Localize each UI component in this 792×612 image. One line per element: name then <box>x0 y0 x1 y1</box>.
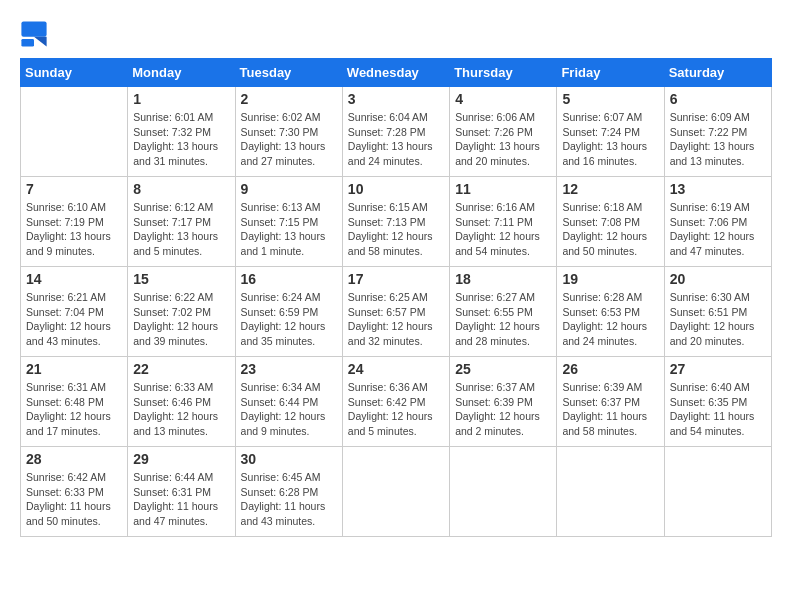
cell-content: Sunrise: 6:40 AM Sunset: 6:35 PM Dayligh… <box>670 380 766 439</box>
calendar-cell: 27Sunrise: 6:40 AM Sunset: 6:35 PM Dayli… <box>664 357 771 447</box>
day-number: 18 <box>455 271 551 287</box>
calendar-cell: 19Sunrise: 6:28 AM Sunset: 6:53 PM Dayli… <box>557 267 664 357</box>
day-number: 14 <box>26 271 122 287</box>
calendar-cell: 16Sunrise: 6:24 AM Sunset: 6:59 PM Dayli… <box>235 267 342 357</box>
day-number: 28 <box>26 451 122 467</box>
calendar-cell: 25Sunrise: 6:37 AM Sunset: 6:39 PM Dayli… <box>450 357 557 447</box>
calendar-cell: 21Sunrise: 6:31 AM Sunset: 6:48 PM Dayli… <box>21 357 128 447</box>
calendar-cell: 13Sunrise: 6:19 AM Sunset: 7:06 PM Dayli… <box>664 177 771 267</box>
cell-content: Sunrise: 6:25 AM Sunset: 6:57 PM Dayligh… <box>348 290 444 349</box>
cell-content: Sunrise: 6:06 AM Sunset: 7:26 PM Dayligh… <box>455 110 551 169</box>
cell-content: Sunrise: 6:30 AM Sunset: 6:51 PM Dayligh… <box>670 290 766 349</box>
header-cell-saturday: Saturday <box>664 59 771 87</box>
svg-rect-0 <box>21 21 46 36</box>
cell-content: Sunrise: 6:39 AM Sunset: 6:37 PM Dayligh… <box>562 380 658 439</box>
cell-content: Sunrise: 6:37 AM Sunset: 6:39 PM Dayligh… <box>455 380 551 439</box>
cell-content: Sunrise: 6:36 AM Sunset: 6:42 PM Dayligh… <box>348 380 444 439</box>
cell-content: Sunrise: 6:22 AM Sunset: 7:02 PM Dayligh… <box>133 290 229 349</box>
cell-content: Sunrise: 6:21 AM Sunset: 7:04 PM Dayligh… <box>26 290 122 349</box>
cell-content: Sunrise: 6:31 AM Sunset: 6:48 PM Dayligh… <box>26 380 122 439</box>
day-number: 23 <box>241 361 337 377</box>
calendar-cell: 29Sunrise: 6:44 AM Sunset: 6:31 PM Dayli… <box>128 447 235 537</box>
cell-content: Sunrise: 6:12 AM Sunset: 7:17 PM Dayligh… <box>133 200 229 259</box>
calendar-cell: 9Sunrise: 6:13 AM Sunset: 7:15 PM Daylig… <box>235 177 342 267</box>
cell-content: Sunrise: 6:42 AM Sunset: 6:33 PM Dayligh… <box>26 470 122 529</box>
calendar-cell <box>450 447 557 537</box>
calendar-cell: 17Sunrise: 6:25 AM Sunset: 6:57 PM Dayli… <box>342 267 449 357</box>
cell-content: Sunrise: 6:45 AM Sunset: 6:28 PM Dayligh… <box>241 470 337 529</box>
day-number: 11 <box>455 181 551 197</box>
cell-content: Sunrise: 6:13 AM Sunset: 7:15 PM Dayligh… <box>241 200 337 259</box>
week-row-4: 21Sunrise: 6:31 AM Sunset: 6:48 PM Dayli… <box>21 357 772 447</box>
day-number: 8 <box>133 181 229 197</box>
header-cell-thursday: Thursday <box>450 59 557 87</box>
calendar-cell <box>557 447 664 537</box>
calendar-cell: 6Sunrise: 6:09 AM Sunset: 7:22 PM Daylig… <box>664 87 771 177</box>
header-cell-tuesday: Tuesday <box>235 59 342 87</box>
day-number: 15 <box>133 271 229 287</box>
page-header <box>20 20 772 48</box>
cell-content: Sunrise: 6:10 AM Sunset: 7:19 PM Dayligh… <box>26 200 122 259</box>
calendar-cell: 20Sunrise: 6:30 AM Sunset: 6:51 PM Dayli… <box>664 267 771 357</box>
day-number: 9 <box>241 181 337 197</box>
logo <box>20 20 50 48</box>
calendar-cell: 3Sunrise: 6:04 AM Sunset: 7:28 PM Daylig… <box>342 87 449 177</box>
day-number: 1 <box>133 91 229 107</box>
calendar-cell: 12Sunrise: 6:18 AM Sunset: 7:08 PM Dayli… <box>557 177 664 267</box>
calendar-cell: 10Sunrise: 6:15 AM Sunset: 7:13 PM Dayli… <box>342 177 449 267</box>
day-number: 13 <box>670 181 766 197</box>
cell-content: Sunrise: 6:33 AM Sunset: 6:46 PM Dayligh… <box>133 380 229 439</box>
day-number: 7 <box>26 181 122 197</box>
day-number: 22 <box>133 361 229 377</box>
week-row-1: 1Sunrise: 6:01 AM Sunset: 7:32 PM Daylig… <box>21 87 772 177</box>
cell-content: Sunrise: 6:24 AM Sunset: 6:59 PM Dayligh… <box>241 290 337 349</box>
day-number: 17 <box>348 271 444 287</box>
day-number: 30 <box>241 451 337 467</box>
cell-content: Sunrise: 6:18 AM Sunset: 7:08 PM Dayligh… <box>562 200 658 259</box>
calendar-cell: 24Sunrise: 6:36 AM Sunset: 6:42 PM Dayli… <box>342 357 449 447</box>
day-number: 27 <box>670 361 766 377</box>
cell-content: Sunrise: 6:07 AM Sunset: 7:24 PM Dayligh… <box>562 110 658 169</box>
day-number: 25 <box>455 361 551 377</box>
calendar-header: SundayMondayTuesdayWednesdayThursdayFrid… <box>21 59 772 87</box>
header-cell-monday: Monday <box>128 59 235 87</box>
header-cell-wednesday: Wednesday <box>342 59 449 87</box>
day-number: 16 <box>241 271 337 287</box>
day-number: 21 <box>26 361 122 377</box>
cell-content: Sunrise: 6:28 AM Sunset: 6:53 PM Dayligh… <box>562 290 658 349</box>
calendar-cell: 5Sunrise: 6:07 AM Sunset: 7:24 PM Daylig… <box>557 87 664 177</box>
cell-content: Sunrise: 6:19 AM Sunset: 7:06 PM Dayligh… <box>670 200 766 259</box>
cell-content: Sunrise: 6:04 AM Sunset: 7:28 PM Dayligh… <box>348 110 444 169</box>
day-number: 26 <box>562 361 658 377</box>
week-row-3: 14Sunrise: 6:21 AM Sunset: 7:04 PM Dayli… <box>21 267 772 357</box>
day-number: 3 <box>348 91 444 107</box>
calendar-cell <box>664 447 771 537</box>
cell-content: Sunrise: 6:27 AM Sunset: 6:55 PM Dayligh… <box>455 290 551 349</box>
week-row-2: 7Sunrise: 6:10 AM Sunset: 7:19 PM Daylig… <box>21 177 772 267</box>
header-cell-sunday: Sunday <box>21 59 128 87</box>
calendar-cell: 11Sunrise: 6:16 AM Sunset: 7:11 PM Dayli… <box>450 177 557 267</box>
day-number: 24 <box>348 361 444 377</box>
svg-marker-1 <box>34 37 47 47</box>
calendar-cell <box>342 447 449 537</box>
cell-content: Sunrise: 6:34 AM Sunset: 6:44 PM Dayligh… <box>241 380 337 439</box>
day-number: 19 <box>562 271 658 287</box>
day-number: 20 <box>670 271 766 287</box>
day-number: 5 <box>562 91 658 107</box>
calendar-cell: 23Sunrise: 6:34 AM Sunset: 6:44 PM Dayli… <box>235 357 342 447</box>
calendar-cell: 30Sunrise: 6:45 AM Sunset: 6:28 PM Dayli… <box>235 447 342 537</box>
logo-icon <box>20 20 48 48</box>
cell-content: Sunrise: 6:44 AM Sunset: 6:31 PM Dayligh… <box>133 470 229 529</box>
calendar-cell: 4Sunrise: 6:06 AM Sunset: 7:26 PM Daylig… <box>450 87 557 177</box>
calendar-cell: 1Sunrise: 6:01 AM Sunset: 7:32 PM Daylig… <box>128 87 235 177</box>
calendar-cell: 8Sunrise: 6:12 AM Sunset: 7:17 PM Daylig… <box>128 177 235 267</box>
calendar-cell: 26Sunrise: 6:39 AM Sunset: 6:37 PM Dayli… <box>557 357 664 447</box>
day-number: 10 <box>348 181 444 197</box>
calendar-table: SundayMondayTuesdayWednesdayThursdayFrid… <box>20 58 772 537</box>
cell-content: Sunrise: 6:15 AM Sunset: 7:13 PM Dayligh… <box>348 200 444 259</box>
calendar-cell: 22Sunrise: 6:33 AM Sunset: 6:46 PM Dayli… <box>128 357 235 447</box>
calendar-cell: 28Sunrise: 6:42 AM Sunset: 6:33 PM Dayli… <box>21 447 128 537</box>
calendar-body: 1Sunrise: 6:01 AM Sunset: 7:32 PM Daylig… <box>21 87 772 537</box>
svg-rect-2 <box>21 39 34 47</box>
day-number: 29 <box>133 451 229 467</box>
